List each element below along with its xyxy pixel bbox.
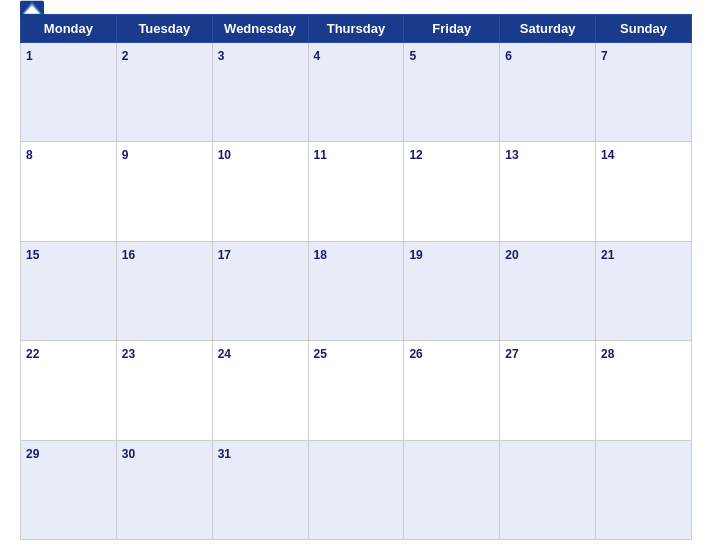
day-number: 2 bbox=[122, 49, 129, 63]
day-number: 27 bbox=[505, 347, 518, 361]
calendar-cell: 23 bbox=[116, 341, 212, 440]
calendar-cell: 27 bbox=[500, 341, 596, 440]
day-header-sunday: Sunday bbox=[596, 15, 692, 43]
calendar-table: MondayTuesdayWednesdayThursdayFridaySatu… bbox=[20, 14, 692, 540]
calendar-cell bbox=[404, 440, 500, 539]
day-number: 6 bbox=[505, 49, 512, 63]
calendar-cell: 13 bbox=[500, 142, 596, 241]
day-number: 29 bbox=[26, 447, 39, 461]
calendar-cell: 24 bbox=[212, 341, 308, 440]
calendar-cell: 2 bbox=[116, 43, 212, 142]
calendar-cell bbox=[308, 440, 404, 539]
day-header-friday: Friday bbox=[404, 15, 500, 43]
calendar-cell: 21 bbox=[596, 241, 692, 340]
calendar-cell: 7 bbox=[596, 43, 692, 142]
calendar-cell: 4 bbox=[308, 43, 404, 142]
calendar-week-row: 891011121314 bbox=[21, 142, 692, 241]
calendar-cell: 1 bbox=[21, 43, 117, 142]
day-number: 16 bbox=[122, 248, 135, 262]
calendar-cell: 16 bbox=[116, 241, 212, 340]
calendar-week-row: 22232425262728 bbox=[21, 341, 692, 440]
day-number: 28 bbox=[601, 347, 614, 361]
calendar-cell: 25 bbox=[308, 341, 404, 440]
calendar-cell bbox=[500, 440, 596, 539]
calendar-cell bbox=[596, 440, 692, 539]
calendar-cell: 6 bbox=[500, 43, 596, 142]
calendar-cell: 19 bbox=[404, 241, 500, 340]
day-number: 23 bbox=[122, 347, 135, 361]
day-number: 21 bbox=[601, 248, 614, 262]
calendar-cell: 14 bbox=[596, 142, 692, 241]
day-number: 19 bbox=[409, 248, 422, 262]
day-header-tuesday: Tuesday bbox=[116, 15, 212, 43]
calendar-week-row: 293031 bbox=[21, 440, 692, 539]
day-number: 26 bbox=[409, 347, 422, 361]
day-number: 25 bbox=[314, 347, 327, 361]
day-header-saturday: Saturday bbox=[500, 15, 596, 43]
day-number: 5 bbox=[409, 49, 416, 63]
day-number: 3 bbox=[218, 49, 225, 63]
calendar-cell: 5 bbox=[404, 43, 500, 142]
calendar-week-row: 15161718192021 bbox=[21, 241, 692, 340]
calendar-cell: 12 bbox=[404, 142, 500, 241]
calendar-cell: 10 bbox=[212, 142, 308, 241]
day-number: 22 bbox=[26, 347, 39, 361]
calendar-cell: 30 bbox=[116, 440, 212, 539]
day-number: 1 bbox=[26, 49, 33, 63]
day-number: 24 bbox=[218, 347, 231, 361]
day-number: 20 bbox=[505, 248, 518, 262]
day-header-thursday: Thursday bbox=[308, 15, 404, 43]
day-number: 12 bbox=[409, 148, 422, 162]
calendar-cell: 20 bbox=[500, 241, 596, 340]
day-number: 31 bbox=[218, 447, 231, 461]
calendar-cell: 31 bbox=[212, 440, 308, 539]
day-number: 4 bbox=[314, 49, 321, 63]
calendar-cell: 11 bbox=[308, 142, 404, 241]
calendar-cell: 17 bbox=[212, 241, 308, 340]
calendar-cell: 3 bbox=[212, 43, 308, 142]
day-number: 15 bbox=[26, 248, 39, 262]
day-number: 14 bbox=[601, 148, 614, 162]
calendar-cell: 18 bbox=[308, 241, 404, 340]
calendar-cell: 22 bbox=[21, 341, 117, 440]
calendar-cell: 9 bbox=[116, 142, 212, 241]
day-number: 10 bbox=[218, 148, 231, 162]
day-number: 11 bbox=[314, 148, 327, 162]
calendar-cell: 28 bbox=[596, 341, 692, 440]
calendar-cell: 29 bbox=[21, 440, 117, 539]
day-number: 30 bbox=[122, 447, 135, 461]
calendar-cell: 15 bbox=[21, 241, 117, 340]
day-number: 7 bbox=[601, 49, 608, 63]
calendar-body: 1234567891011121314151617181920212223242… bbox=[21, 43, 692, 540]
logo bbox=[20, 1, 44, 20]
calendar-cell: 8 bbox=[21, 142, 117, 241]
calendar-cell: 26 bbox=[404, 341, 500, 440]
calendar-header-row: MondayTuesdayWednesdayThursdayFridaySatu… bbox=[21, 15, 692, 43]
day-number: 13 bbox=[505, 148, 518, 162]
calendar-week-row: 1234567 bbox=[21, 43, 692, 142]
day-number: 17 bbox=[218, 248, 231, 262]
day-number: 18 bbox=[314, 248, 327, 262]
day-number: 9 bbox=[122, 148, 129, 162]
day-number: 8 bbox=[26, 148, 33, 162]
day-header-wednesday: Wednesday bbox=[212, 15, 308, 43]
